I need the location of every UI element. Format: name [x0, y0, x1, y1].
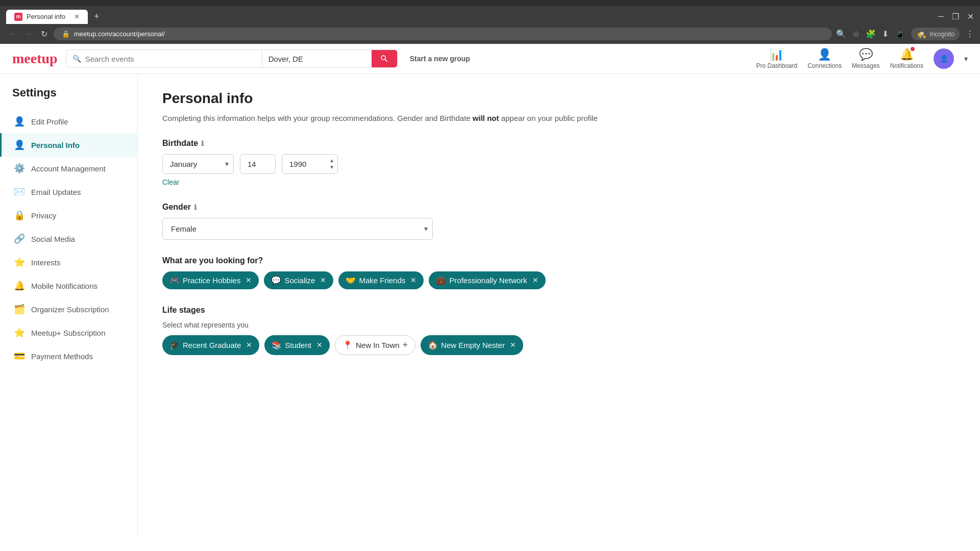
- day-input[interactable]: [240, 154, 276, 174]
- sidebar-item-label-mobile-notifications: Mobile Notifications: [31, 282, 97, 290]
- pro-dashboard-label: Pro Dashboard: [756, 62, 797, 69]
- sidebar-item-label-meetup-plus: Meetup+ Subscription: [31, 329, 106, 337]
- connections-label: Connections: [807, 62, 842, 69]
- header-actions: 📊 Pro Dashboard 👤 Connections 💬 Messages…: [756, 48, 968, 69]
- search-input[interactable]: [85, 55, 256, 63]
- back-button[interactable]: ←: [6, 28, 18, 41]
- gender-info-icon[interactable]: ℹ: [194, 203, 197, 211]
- forward-button[interactable]: →: [22, 28, 35, 41]
- user-avatar[interactable]: 👤: [934, 48, 954, 69]
- sidebar-item-account-management[interactable]: ⚙️ Account Management: [0, 157, 137, 180]
- year-input-wrap: ▲ ▼: [282, 154, 338, 174]
- gender-select-wrap: Female Male Non-binary Genderqueer Trans…: [162, 218, 433, 240]
- device-icon[interactable]: 📱: [895, 29, 905, 39]
- chip-student[interactable]: 📚 Student ✕: [264, 335, 330, 355]
- messages-nav[interactable]: 💬 Messages: [852, 48, 880, 69]
- chip-make-friends[interactable]: 🤝 Make Friends ✕: [338, 271, 424, 289]
- year-increment-button[interactable]: ▲: [329, 158, 335, 164]
- clear-birthdate-link[interactable]: Clear: [162, 178, 955, 186]
- window-controls[interactable]: ─ ❐ ✕: [938, 12, 974, 21]
- connections-icon: 👤: [818, 48, 831, 61]
- sidebar-item-edit-profile[interactable]: 👤 Edit Profile: [0, 110, 137, 133]
- tab-favicon: m: [14, 13, 22, 21]
- address-bar[interactable]: 🔒 meetup.com/account/personal/: [54, 28, 832, 40]
- chip-practice-hobbies-remove[interactable]: ✕: [246, 276, 252, 284]
- browser-tabs-bar: m Personal info ✕ + ─ ❐ ✕: [0, 6, 980, 24]
- chip-practice-hobbies-label: Practice Hobbies: [183, 276, 240, 285]
- life-stages-label: Life stages: [162, 306, 955, 315]
- chip-socialize[interactable]: 💬 Socialize ✕: [264, 271, 333, 289]
- sidebar-item-social-media[interactable]: 🔗 Social Media: [0, 227, 137, 251]
- chip-new-in-town-add[interactable]: +: [403, 340, 408, 350]
- personal-info-icon: 👤: [14, 139, 25, 151]
- looking-for-section: What are you looking for? 🎮 Practice Hob…: [162, 256, 955, 289]
- gender-select[interactable]: Female Male Non-binary Genderqueer Trans…: [162, 218, 433, 240]
- sidebar-item-label-organizer-subscription: Organizer Subscription: [31, 305, 109, 314]
- chip-recent-graduate[interactable]: 🎓 Recent Graduate ✕: [162, 335, 259, 355]
- chip-recent-graduate-remove[interactable]: ✕: [246, 341, 252, 349]
- sidebar-item-interests[interactable]: ⭐ Interests: [0, 251, 137, 274]
- chip-new-in-town[interactable]: 📍 New In Town +: [335, 335, 415, 355]
- chip-professionally-network-remove[interactable]: ✕: [532, 276, 538, 284]
- settings-sidebar: Settings 👤 Edit Profile 👤 Personal Info …: [0, 74, 138, 536]
- bookmark-icon[interactable]: ☆: [852, 29, 860, 39]
- download-icon[interactable]: ⬇: [882, 29, 889, 39]
- chip-make-friends-remove[interactable]: ✕: [410, 276, 416, 284]
- lock-icon: 🔒: [62, 30, 70, 38]
- life-stages-chips: 🎓 Recent Graduate ✕ 📚 Student ✕ 📍 New In…: [162, 335, 955, 355]
- sidebar-item-personal-info[interactable]: 👤 Personal Info: [0, 133, 137, 157]
- sidebar-item-meetup-plus[interactable]: ⭐ Meetup+ Subscription: [0, 321, 137, 344]
- social-media-icon: 🔗: [14, 233, 25, 244]
- chip-new-in-town-label: New In Town: [356, 341, 400, 349]
- reload-button[interactable]: ↻: [39, 27, 50, 41]
- chip-student-label: Student: [285, 341, 311, 349]
- pro-dashboard-nav[interactable]: 📊 Pro Dashboard: [756, 48, 797, 69]
- active-tab[interactable]: m Personal info ✕: [6, 10, 88, 24]
- new-empty-nester-icon: 🏠: [428, 340, 438, 350]
- month-select[interactable]: January February March April May June Ju…: [162, 154, 234, 174]
- sidebar-item-organizer-subscription[interactable]: 🗂️ Organizer Subscription: [0, 297, 137, 321]
- new-tab-button[interactable]: +: [90, 9, 104, 24]
- page-title: Personal info: [162, 90, 955, 107]
- page-subtitle: Completing this information helps with y…: [162, 113, 955, 124]
- tab-close-button[interactable]: ✕: [74, 13, 80, 20]
- meetup-plus-icon: ⭐: [14, 327, 25, 338]
- sidebar-item-mobile-notifications[interactable]: 🔔 Mobile Notifications: [0, 274, 137, 297]
- birthdate-info-icon[interactable]: ℹ: [201, 139, 204, 147]
- close-window-button[interactable]: ✕: [967, 12, 974, 21]
- start-group-button[interactable]: Start a new group: [406, 55, 474, 63]
- search-submit-button[interactable]: [372, 50, 397, 67]
- tab-title: Personal info: [27, 13, 65, 20]
- organizer-sub-icon: 🗂️: [14, 304, 25, 315]
- gender-label: Gender ℹ: [162, 203, 955, 212]
- chip-student-remove[interactable]: ✕: [316, 341, 323, 349]
- extensions-icon[interactable]: 🧩: [866, 29, 876, 39]
- restore-button[interactable]: ❐: [952, 12, 959, 21]
- year-decrement-button[interactable]: ▼: [329, 164, 335, 170]
- incognito-badge: 🕵 Incognito: [911, 28, 960, 40]
- chip-practice-hobbies[interactable]: 🎮 Practice Hobbies ✕: [162, 271, 259, 289]
- connections-nav[interactable]: 👤 Connections: [807, 48, 842, 69]
- chip-socialize-remove[interactable]: ✕: [320, 276, 326, 284]
- location-input[interactable]: [262, 50, 372, 67]
- minimize-button[interactable]: ─: [938, 12, 944, 21]
- edit-profile-icon: 👤: [14, 116, 25, 127]
- gender-label-text: Gender: [162, 203, 191, 212]
- birthdate-row: January February March April May June Ju…: [162, 154, 955, 174]
- chip-new-empty-nester[interactable]: 🏠 New Empty Nester ✕: [421, 335, 523, 355]
- address-text: meetup.com/account/personal/: [74, 30, 165, 38]
- chip-new-empty-nester-remove[interactable]: ✕: [510, 341, 516, 349]
- year-spinners: ▲ ▼: [329, 158, 335, 170]
- search-browser-icon[interactable]: 🔍: [836, 29, 846, 39]
- notifications-nav[interactable]: 🔔 Notifications: [890, 48, 923, 69]
- chip-professionally-network[interactable]: 💼 Professionally Network ✕: [429, 271, 546, 289]
- messages-label: Messages: [852, 62, 880, 69]
- sidebar-item-email-updates[interactable]: ✉️ Email Updates: [0, 180, 137, 204]
- pro-dashboard-icon: 📊: [770, 48, 783, 61]
- user-menu-chevron[interactable]: ▾: [964, 55, 968, 63]
- menu-dots-icon[interactable]: ⋮: [966, 29, 974, 39]
- sidebar-item-privacy[interactable]: 🔒 Privacy: [0, 204, 137, 227]
- sidebar-item-payment-methods[interactable]: 💳 Payment Methods: [0, 344, 137, 368]
- avatar-initials: 👤: [940, 55, 948, 63]
- meetup-logo[interactable]: meetup: [12, 51, 58, 67]
